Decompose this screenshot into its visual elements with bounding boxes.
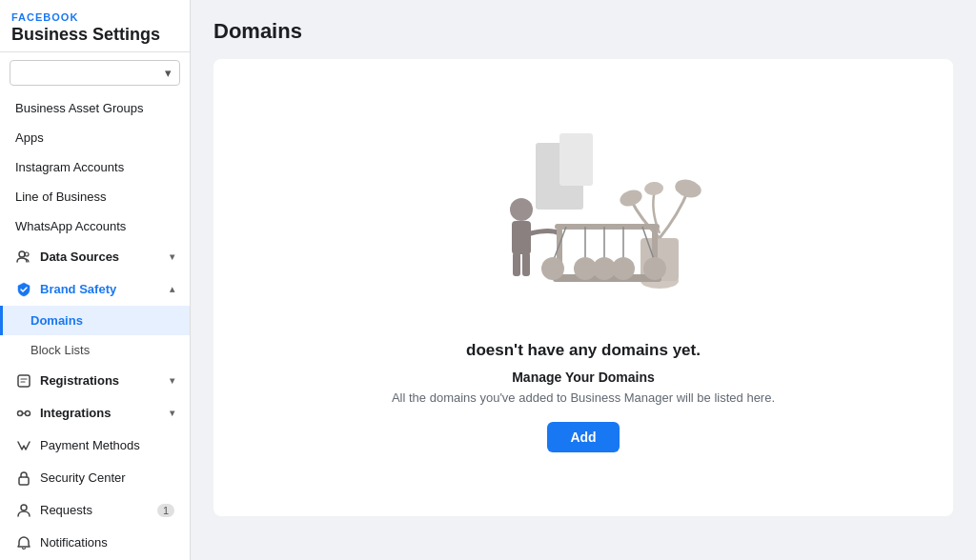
- requests-badge: 1: [157, 504, 174, 517]
- payment-methods-label: Payment Methods: [40, 438, 140, 452]
- security-center-icon: [15, 470, 32, 487]
- requests-label: Requests: [40, 503, 92, 517]
- svg-rect-25: [513, 252, 520, 276]
- integrations-chevron: ▾: [170, 408, 174, 418]
- data-sources-icon: [15, 249, 32, 266]
- svg-point-23: [510, 198, 533, 221]
- sidebar-item-security-center[interactable]: Security Center: [0, 462, 190, 494]
- svg-point-32: [541, 257, 564, 280]
- nav-label: Instagram Accounts: [15, 160, 124, 174]
- svg-point-22: [643, 181, 663, 196]
- payment-methods-icon: [15, 437, 32, 454]
- data-sources-chevron: ▾: [170, 251, 174, 262]
- svg-rect-5: [19, 477, 29, 485]
- sidebar-item-registrations[interactable]: Registrations ▾: [0, 365, 190, 397]
- integrations-icon: [15, 405, 32, 422]
- nav-label: Line of Business: [15, 190, 106, 204]
- svg-point-3: [18, 410, 23, 415]
- sidebar-item-business-asset-groups[interactable]: Business Asset Groups: [0, 93, 190, 123]
- sidebar-item-instagram-accounts[interactable]: Instagram Accounts: [0, 152, 190, 182]
- svg-point-40: [643, 257, 666, 280]
- sidebar-item-notifications[interactable]: Notifications: [0, 527, 190, 559]
- svg-point-4: [26, 410, 30, 415]
- domains-card: doesn't have any domains yet. Manage You…: [214, 59, 953, 516]
- domains-label: Domains: [30, 313, 83, 328]
- sidebar-item-line-of-business[interactable]: Line of Business: [0, 182, 190, 211]
- brand-safety-chevron: ▴: [170, 284, 174, 294]
- registrations-label: Registrations: [40, 373, 119, 388]
- svg-rect-17: [559, 133, 593, 186]
- svg-point-21: [673, 176, 703, 200]
- brand-safety-label: Brand Safety: [40, 282, 116, 296]
- sidebar-item-payment-methods[interactable]: Payment Methods: [0, 430, 190, 462]
- registrations-icon: [15, 372, 32, 390]
- main-content: Domains: [191, 0, 976, 560]
- brand-safety-icon: [15, 281, 32, 298]
- sidebar-item-whatsapp-accounts[interactable]: WhatsApp Accounts: [0, 211, 190, 241]
- sidebar-item-brand-safety[interactable]: Brand Safety ▴: [0, 273, 190, 306]
- integrations-label: Integrations: [40, 406, 111, 420]
- sidebar-header: FACEBOOK Business Settings: [0, 0, 190, 52]
- registrations-chevron: ▾: [170, 375, 174, 386]
- sidebar-item-integrations[interactable]: Integrations ▾: [0, 397, 190, 430]
- nav-label: Business Asset Groups: [15, 101, 143, 115]
- sidebar-item-apps[interactable]: Apps: [0, 123, 190, 152]
- svg-rect-26: [522, 252, 530, 276]
- page-title: Domains: [214, 19, 953, 44]
- notifications-icon: [15, 534, 32, 551]
- sidebar-search-box[interactable]: ▾: [10, 60, 180, 86]
- sidebar-item-requests[interactable]: Requests 1: [0, 494, 190, 527]
- sidebar-item-data-sources[interactable]: Data Sources ▾: [0, 241, 190, 273]
- manage-domains-description: All the domains you've added to Business…: [392, 390, 775, 405]
- chevron-down-icon: ▾: [165, 66, 172, 80]
- svg-point-20: [618, 187, 644, 209]
- empty-state-illustration: [450, 124, 717, 318]
- svg-rect-24: [512, 221, 531, 254]
- add-domain-button[interactable]: Add: [547, 422, 619, 452]
- nav-label: Apps: [15, 130, 44, 145]
- sidebar-item-domains[interactable]: Domains: [0, 306, 190, 335]
- manage-domains-heading: Manage Your Domains: [512, 370, 655, 385]
- svg-point-6: [21, 505, 27, 510]
- empty-state-title: doesn't have any domains yet.: [466, 341, 701, 360]
- business-settings-title: Business Settings: [11, 25, 178, 46]
- sidebar-item-block-lists[interactable]: Block Lists: [0, 335, 190, 365]
- data-sources-label: Data Sources: [40, 250, 119, 264]
- sidebar-nav: Business Asset Groups Apps Instagram Acc…: [0, 93, 190, 560]
- svg-rect-2: [18, 375, 30, 387]
- sidebar-search-container: ▾: [0, 52, 190, 93]
- svg-point-38: [612, 257, 635, 280]
- facebook-brand: FACEBOOK: [11, 11, 178, 23]
- svg-point-0: [19, 251, 25, 257]
- requests-icon: [15, 502, 32, 519]
- security-center-label: Security Center: [40, 470, 126, 485]
- sidebar: FACEBOOK Business Settings ▾ Business As…: [0, 0, 191, 560]
- notifications-label: Notifications: [40, 535, 108, 550]
- block-lists-label: Block Lists: [30, 343, 90, 357]
- nav-label: WhatsApp Accounts: [15, 219, 126, 233]
